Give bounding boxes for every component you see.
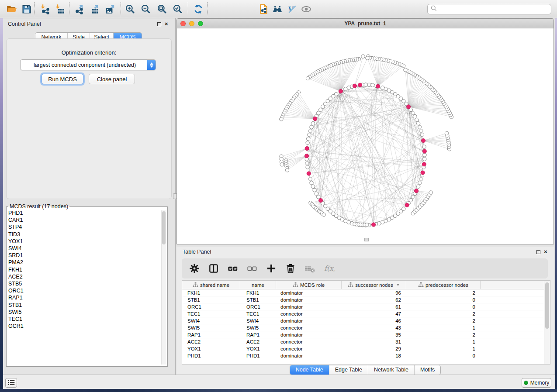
mcds-result-item[interactable]: YOX1 — [8, 238, 160, 245]
cell-MCDS-role[interactable]: dominator — [276, 317, 342, 324]
task-history-button[interactable] — [5, 378, 17, 388]
network-canvas[interactable] — [177, 28, 554, 244]
cell-shared-name[interactable]: ORC1 — [182, 303, 240, 310]
table-row[interactable]: ORC1ORC1dominator610 — [182, 303, 544, 310]
deselect-all-button[interactable] — [246, 262, 259, 275]
table-scrollbar[interactable] — [544, 281, 550, 364]
mcds-result-item[interactable]: SWI5 — [8, 309, 160, 316]
column-header-name[interactable]: name — [240, 281, 276, 289]
table-tab-edge-table[interactable]: Edge Table — [329, 365, 368, 375]
cell-MCDS-role[interactable]: connector — [276, 310, 342, 317]
cell-name[interactable]: ORC1 — [240, 303, 276, 310]
open-file-button[interactable] — [5, 3, 18, 16]
table-row[interactable]: SWI4SWI4dominator462 — [182, 317, 544, 324]
cell-successor-nodes[interactable]: 46 — [342, 317, 406, 324]
mcds-result-item[interactable]: GCR1 — [8, 323, 160, 330]
cell-successor-nodes[interactable]: 43 — [342, 324, 406, 331]
search-box[interactable] — [427, 4, 551, 14]
cell-shared-name[interactable]: SWI5 — [182, 324, 240, 331]
zoom-out-button[interactable] — [139, 3, 152, 16]
mcds-result-item[interactable]: PHD1 — [8, 210, 160, 217]
float-panel-icon[interactable] — [157, 22, 161, 26]
cell-successor-nodes[interactable]: 18 — [342, 352, 406, 359]
close-panel-button[interactable]: Close panel — [89, 74, 135, 84]
export-image-button[interactable] — [104, 3, 117, 16]
cell-predecessor-nodes[interactable]: 1 — [406, 338, 481, 345]
cell-predecessor-nodes[interactable]: 2 — [406, 317, 481, 324]
mcds-result-item[interactable]: ORC1 — [8, 287, 160, 294]
mcds-result-item[interactable]: PMA2 — [8, 259, 160, 266]
column-header-MCDS-role[interactable]: MCDS role — [276, 281, 342, 289]
table-row[interactable]: RAP1RAP1dominator352 — [182, 331, 544, 338]
cell-MCDS-role[interactable]: dominator — [276, 303, 342, 310]
cell-successor-nodes[interactable]: 62 — [342, 296, 406, 303]
table-tab-motifs[interactable]: Motifs — [414, 365, 440, 375]
memory-button[interactable]: Memory — [522, 378, 551, 388]
mcds-result-item[interactable]: SWI4 — [8, 245, 160, 252]
horizontal-splitter-handle[interactable] — [364, 238, 369, 241]
zoom-fit-button[interactable] — [156, 3, 169, 16]
cell-shared-name[interactable]: PHD1 — [182, 352, 240, 359]
mcds-result-item[interactable]: STB5 — [8, 280, 160, 287]
show-graphics-details-button[interactable] — [300, 3, 313, 16]
cell-MCDS-role[interactable]: connector — [276, 338, 342, 345]
mcds-result-item[interactable]: STB1 — [8, 302, 160, 309]
mcds-list-scrollbar[interactable] — [161, 210, 166, 364]
table-tab-node-table[interactable]: Node Table — [290, 365, 329, 375]
mcds-result-item[interactable]: CAR1 — [8, 217, 160, 224]
cell-shared-name[interactable]: FKH1 — [182, 289, 240, 296]
import-network-button[interactable] — [38, 3, 52, 16]
cell-successor-nodes[interactable]: 35 — [342, 331, 406, 338]
column-header-predecessor-nodes[interactable]: predecessor nodes — [406, 281, 481, 289]
delete-button[interactable] — [284, 262, 297, 275]
first-neighbors-button[interactable] — [271, 3, 284, 16]
close-table-panel-icon[interactable]: × — [544, 250, 547, 254]
mcds-result-item[interactable]: FKH1 — [8, 266, 160, 273]
cell-MCDS-role[interactable]: dominator — [276, 352, 342, 359]
sort-chevron-icon[interactable] — [396, 284, 400, 286]
cell-successor-nodes[interactable]: 61 — [342, 303, 406, 310]
vizmapper-button[interactable]: V — [285, 3, 298, 16]
save-session-button[interactable] — [20, 3, 33, 16]
cell-successor-nodes[interactable]: 31 — [342, 338, 406, 345]
select-all-button[interactable] — [226, 262, 239, 275]
cell-shared-name[interactable]: STB1 — [182, 296, 240, 303]
cell-shared-name[interactable]: TEC1 — [182, 310, 240, 317]
cell-name[interactable]: SWI5 — [240, 324, 276, 331]
cell-name[interactable]: SWI4 — [240, 317, 276, 324]
mcds-result-item[interactable]: ACE2 — [8, 273, 160, 280]
column-header-shared-name[interactable]: shared name — [182, 281, 240, 289]
cell-predecessor-nodes[interactable]: 0 — [406, 296, 481, 303]
add-button[interactable] — [265, 262, 278, 275]
cell-successor-nodes[interactable]: 29 — [342, 345, 406, 352]
table-row[interactable]: SWI5SWI5connector431 — [182, 324, 544, 331]
cell-shared-name[interactable]: RAP1 — [182, 331, 240, 338]
cell-name[interactable]: ACE2 — [240, 338, 276, 345]
cell-successor-nodes[interactable]: 47 — [342, 310, 406, 317]
cell-name[interactable]: TEC1 — [240, 310, 276, 317]
close-panel-icon[interactable]: × — [165, 22, 168, 26]
settings-button[interactable] — [188, 262, 201, 275]
refresh-view-button[interactable] — [192, 3, 205, 16]
cell-name[interactable]: STB1 — [240, 296, 276, 303]
cell-name[interactable]: FKH1 — [240, 289, 276, 296]
cell-name[interactable]: PHD1 — [240, 352, 276, 359]
cell-MCDS-role[interactable]: dominator — [276, 289, 342, 296]
table-row[interactable]: YOX1YOX1connector291 — [182, 345, 544, 352]
zoom-in-button[interactable] — [124, 3, 137, 16]
cell-predecessor-nodes[interactable]: 2 — [406, 331, 481, 338]
cell-shared-name[interactable]: SWI4 — [182, 317, 240, 324]
zoom-selected-button[interactable] — [171, 3, 184, 16]
table-row[interactable]: FKH1FKH1dominator962 — [182, 289, 544, 296]
cell-predecessor-nodes[interactable]: 0 — [406, 303, 481, 310]
open-network-document-button[interactable] — [257, 3, 270, 16]
column-header-successor-nodes[interactable]: successor nodes — [342, 281, 406, 289]
cell-predecessor-nodes[interactable]: 1 — [406, 324, 481, 331]
cell-predecessor-nodes[interactable]: 0 — [406, 352, 481, 359]
table-row[interactable]: STB1STB1dominator620 — [182, 296, 544, 303]
cell-MCDS-role[interactable]: dominator — [276, 331, 342, 338]
export-table-button[interactable] — [87, 3, 100, 16]
table-row[interactable]: ACE2ACE2connector311 — [182, 338, 544, 345]
show-columns-button[interactable] — [207, 262, 220, 275]
table-tab-network-table[interactable]: Network Table — [368, 365, 414, 375]
